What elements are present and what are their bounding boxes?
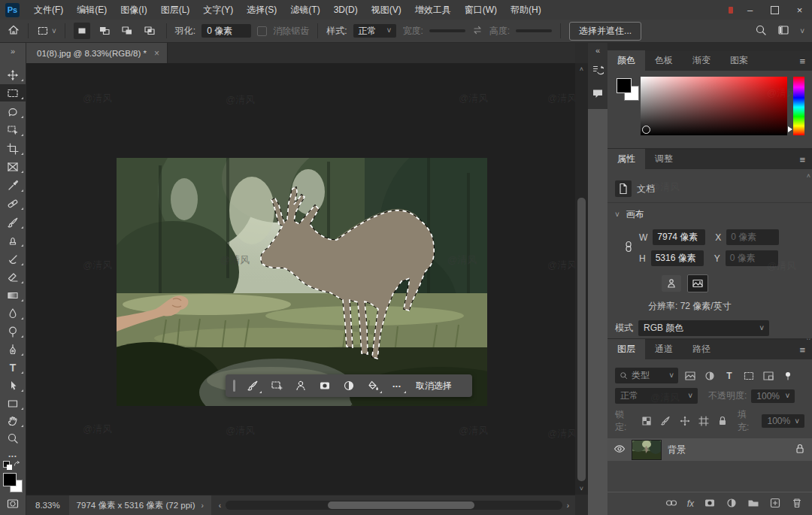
filter-type-layers-icon[interactable]: T <box>722 369 737 383</box>
landscape-orientation-button[interactable] <box>687 274 708 292</box>
rectangle-tool[interactable] <box>0 395 26 412</box>
color-field-cursor[interactable] <box>642 126 650 134</box>
select-subject-icon[interactable] <box>291 377 311 394</box>
lock-artboard-icon[interactable] <box>696 414 710 428</box>
blend-mode-select[interactable]: 正常 ˅ <box>615 388 698 404</box>
canvas-area[interactable]: @清风 @清风 @清风 @清风 @清风 @清风 @清风 @清风 @清风 @清风 <box>26 63 575 495</box>
home-icon[interactable] <box>8 24 20 38</box>
eraser-tool[interactable] <box>0 268 26 286</box>
lock-pixels-icon[interactable] <box>659 414 673 428</box>
workspace-switcher-icon[interactable] <box>777 24 789 38</box>
vertical-scroll-thumb[interactable] <box>577 198 586 481</box>
scroll-right-icon[interactable]: › <box>567 501 569 510</box>
menu-3d[interactable]: 3D(D) <box>327 0 365 20</box>
lasso-tool[interactable] <box>0 103 26 120</box>
lock-all-icon[interactable] <box>716 414 730 428</box>
tab-color[interactable]: 颜色 <box>607 50 645 71</box>
tab-properties[interactable]: 属性 <box>607 149 645 169</box>
height-input[interactable] <box>516 29 552 32</box>
panel-menu-icon[interactable]: ≡ <box>792 52 812 71</box>
new-group-icon[interactable] <box>747 497 759 511</box>
canvas-y-input[interactable]: 0 像素 <box>726 250 778 266</box>
tab-paths[interactable]: 路径 <box>683 339 720 359</box>
fill-selection-icon[interactable] <box>363 377 383 394</box>
rectangular-marquee-tool[interactable] <box>0 84 26 101</box>
history-panel-icon[interactable] <box>589 62 606 78</box>
create-mask-icon[interactable] <box>315 377 335 394</box>
history-brush-tool[interactable] <box>0 250 26 268</box>
blur-tool[interactable] <box>0 304 26 322</box>
lock-position-icon[interactable] <box>677 414 692 428</box>
filter-toggle-icon[interactable] <box>780 369 795 383</box>
status-chevron-icon[interactable]: › <box>201 501 204 510</box>
filter-shape-layers-icon[interactable] <box>741 369 756 383</box>
tab-swatches[interactable]: 色板 <box>645 50 683 71</box>
dodge-tool[interactable] <box>0 323 26 340</box>
canvas-height-input[interactable]: 5316 像素 <box>651 250 704 266</box>
add-to-selection-button[interactable] <box>96 23 113 39</box>
color-mode-select[interactable]: RGB 颜色 ˅ <box>638 320 769 336</box>
menu-image[interactable]: 图像(I) <box>114 0 153 20</box>
layer-style-fx-icon[interactable]: fx <box>687 498 694 509</box>
scroll-down-icon[interactable]: ˅ <box>575 485 588 492</box>
horizontal-scrollbar[interactable] <box>226 501 562 510</box>
new-adjustment-layer-icon[interactable] <box>726 497 738 511</box>
scroll-left-icon[interactable]: ‹ <box>219 501 221 510</box>
link-layers-icon[interactable] <box>665 497 677 511</box>
spot-healing-brush-tool[interactable] <box>0 195 26 212</box>
select-and-mask-button[interactable]: 选择并遮住... <box>569 22 641 41</box>
panel-scroll-up-icon[interactable]: ˄ <box>807 172 810 180</box>
menu-edit[interactable]: 编辑(E) <box>70 0 114 20</box>
photoshop-logo-icon[interactable]: Ps <box>5 3 20 17</box>
width-input[interactable] <box>429 29 465 32</box>
zoom-tool[interactable] <box>0 429 26 447</box>
filter-smart-objects-icon[interactable] <box>761 369 776 383</box>
style-select[interactable]: 正常˅ <box>353 24 397 38</box>
link-dimensions-icon[interactable] <box>623 241 635 255</box>
more-options-icon[interactable]: ••• <box>387 377 407 394</box>
filter-pixel-layers-icon[interactable] <box>683 369 698 383</box>
crop-tool[interactable] <box>0 140 26 157</box>
foreground-color-swatch[interactable] <box>617 78 632 93</box>
antialias-checkbox[interactable] <box>257 26 267 36</box>
adjustment-icon[interactable] <box>339 377 359 394</box>
subtract-from-selection-button[interactable] <box>119 23 135 39</box>
foreground-color-swatch[interactable] <box>3 473 17 486</box>
path-selection-tool[interactable] <box>0 377 26 394</box>
intersect-selection-button[interactable] <box>141 23 158 39</box>
taskbar-drag-handle[interactable] <box>233 380 235 392</box>
menu-select[interactable]: 选择(S) <box>240 0 283 20</box>
opacity-input[interactable]: 100% ˅ <box>751 389 795 403</box>
collapse-toolbar-button[interactable]: » <box>0 44 26 58</box>
menu-file[interactable]: 文件(F) <box>27 0 70 20</box>
menu-filter[interactable]: 滤镜(T) <box>283 0 326 20</box>
minimize-button[interactable]: – <box>738 0 762 20</box>
menu-window[interactable]: 窗口(W) <box>458 0 504 20</box>
frame-tool[interactable] <box>0 158 26 175</box>
layer-thumbnail[interactable] <box>632 440 662 460</box>
panel-menu-icon[interactable]: ≡ <box>792 150 812 169</box>
object-selection-tool[interactable] <box>0 121 26 138</box>
filter-adjustment-layers-icon[interactable] <box>702 369 717 383</box>
canvas-x-input[interactable]: 0 像素 <box>726 229 779 245</box>
fill-input[interactable]: 100% ˅ <box>762 414 804 428</box>
gradient-tool[interactable] <box>0 286 26 304</box>
vertical-scrollbar[interactable]: ˄ ˅ <box>575 63 588 495</box>
type-tool[interactable]: T <box>0 359 26 376</box>
document-tab[interactable]: 01(8).jpg @ 8.33%(RGB/8) * × <box>26 43 168 63</box>
tool-preset-icon[interactable]: ˅ <box>37 25 56 37</box>
selection-brush-icon[interactable] <box>243 377 262 394</box>
layer-filter-select[interactable]: 类型 ˅ <box>615 368 678 383</box>
horizontal-scroll-thumb[interactable] <box>328 501 474 509</box>
tab-adjustments[interactable]: 调整 <box>645 149 683 169</box>
menu-plugins[interactable]: 增效工具 <box>408 0 458 20</box>
eyedropper-tool[interactable] <box>0 177 26 194</box>
menu-type[interactable]: 文字(Y) <box>196 0 240 20</box>
clone-stamp-tool[interactable] <box>0 232 26 249</box>
hand-tool[interactable] <box>0 412 26 429</box>
tab-channels[interactable]: 通道 <box>645 339 683 359</box>
panel-menu-icon[interactable]: ≡ <box>792 341 812 359</box>
pen-tool[interactable] <box>0 341 26 358</box>
close-button[interactable]: × <box>787 0 812 20</box>
feather-input[interactable]: 0 像素 <box>201 24 251 38</box>
